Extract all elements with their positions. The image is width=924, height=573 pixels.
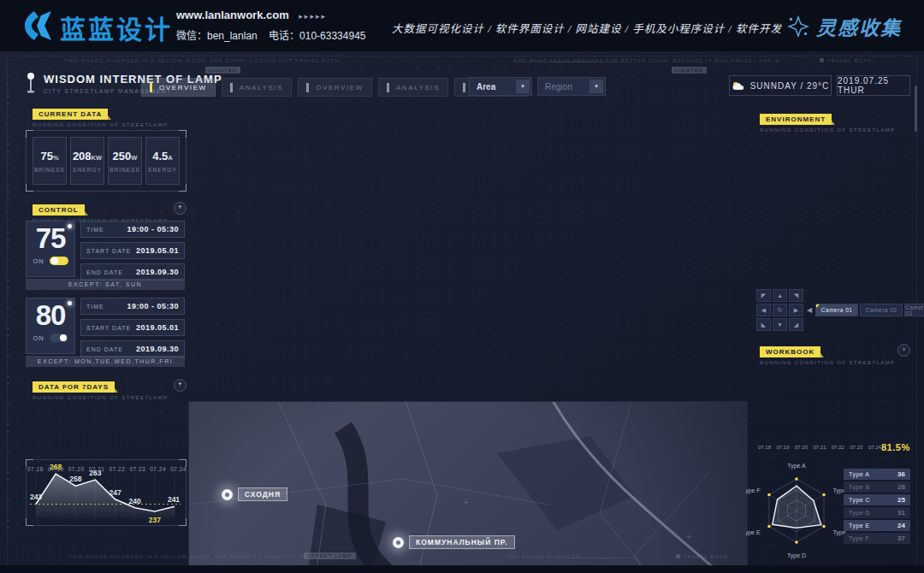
- screen: 蓝蓝设计 www.lanlanwork.com ▸▸▸▸▸ 微信：ben_lan…: [0, 0, 924, 573]
- map-pin-icon[interactable]: [222, 489, 233, 500]
- type-label: Type B: [849, 484, 870, 490]
- row-value: 2019.05.01: [136, 246, 179, 255]
- workbook-subtitle: RUNNING CONDITION OF STREETLAMP: [760, 360, 895, 365]
- current-data-badge: CURRENT DATA: [33, 109, 108, 120]
- region-select[interactable]: Region ▾: [537, 77, 606, 96]
- sun-cloud-icon: [732, 81, 744, 91]
- brightness-box: 75 ON: [26, 221, 75, 277]
- bar-date-label: 07.19: [776, 445, 789, 450]
- type-value: 28: [897, 483, 905, 491]
- chevron-down-icon[interactable]: ▾: [516, 80, 530, 93]
- environment-header: ENVIRONMENT RUNNING CONDITION OF STREETL…: [760, 109, 895, 133]
- pan-down-right-button[interactable]: ◢: [789, 318, 803, 331]
- bar-date-label: 07.23: [850, 445, 862, 450]
- time-row[interactable]: TIME19:00 - 05:30: [80, 221, 185, 238]
- map-label-light[interactable]: СХОДНЯ: [222, 487, 287, 501]
- decor-poem: TWO ROADS DIVERGED IN A YELLOW WOOD, AND…: [68, 554, 344, 559]
- current-data-header: CURRENT DATA RUNNING CONDITION OF STREET…: [33, 104, 168, 127]
- tab-overview-2[interactable]: OVERVIEW: [298, 78, 372, 97]
- pan-down-button[interactable]: ▼: [773, 318, 787, 331]
- collection-text: 灵感收集: [816, 12, 902, 41]
- data7-header: DATA FOR 7DAYS RUNNING CONDITION OF STRE…: [33, 377, 168, 400]
- website-url[interactable]: www.lanlanwork.com: [176, 9, 289, 21]
- map-pin-icon[interactable]: [393, 537, 404, 548]
- type-label: Type D: [849, 510, 870, 516]
- bar-date-label: 07.20: [795, 445, 808, 450]
- area-select[interactable]: Area ▾: [469, 77, 532, 96]
- lanlan-logo-icon: [22, 9, 56, 43]
- stat-value: 4.5: [152, 150, 168, 162]
- decor-poem: AND WHAT KEEPS PERHAPS THE BETTER CLAIM,…: [513, 58, 780, 63]
- pan-up-button[interactable]: ▲: [773, 289, 787, 302]
- state-label: ON: [33, 257, 44, 265]
- row-value: 19:00 - 05:30: [127, 225, 179, 233]
- stat-value: 75: [40, 150, 52, 162]
- collection-brand: 灵感收集: [787, 12, 902, 41]
- control-add-button[interactable]: +: [174, 202, 187, 215]
- refresh-button[interactable]: ↻: [773, 304, 787, 316]
- svg-text:Type E: Type E: [746, 529, 761, 536]
- type-row-d[interactable]: Type D31: [844, 507, 910, 518]
- row-label: END DATE: [86, 346, 123, 352]
- pan-down-left-button[interactable]: ◣: [756, 318, 771, 331]
- type-value: 25: [897, 496, 905, 504]
- camera-button-1[interactable]: Camera 01: [815, 304, 858, 316]
- pan-left-button[interactable]: ◀: [756, 304, 771, 316]
- bottom-strip-decor: [0, 565, 924, 573]
- start-date-row[interactable]: START DATE2019.05.01: [80, 319, 185, 336]
- stat-value: 250: [113, 150, 132, 162]
- svg-text:237: 237: [149, 516, 161, 523]
- data7-add-button[interactable]: +: [174, 379, 187, 392]
- decor-check: TRAVEL BOTH: [676, 554, 728, 559]
- except-row: EXCEPT: SAT, SUN: [26, 279, 185, 290]
- type-row-b[interactable]: Type B28: [844, 481, 910, 493]
- tab-analysis-1[interactable]: ANALYSIS: [222, 78, 292, 97]
- left-ruler-decor: [7, 68, 9, 547]
- type-row-c[interactable]: Type C25: [844, 494, 910, 505]
- tab-analysis-2[interactable]: ANALYSIS: [378, 78, 448, 97]
- x-tick-label: 07.24: [170, 466, 187, 472]
- workbook-more-button[interactable]: ›: [897, 344, 910, 357]
- type-label: Type E: [849, 523, 870, 529]
- type-label: Type A: [849, 471, 869, 477]
- stat-label: BRINESS: [34, 167, 65, 173]
- end-date-row[interactable]: END DATE2019.09.30: [80, 263, 185, 281]
- stat-unit: %: [53, 154, 59, 162]
- environment-subtitle: RUNNING CONDITION OF STREETLAMP: [760, 127, 895, 133]
- chevron-down-icon[interactable]: ▾: [589, 80, 603, 93]
- time-row[interactable]: TIME19:00 - 05:30: [80, 298, 185, 315]
- city-map[interactable]: +++ +++ СХОДНЯКОММУНАЛЬНЫЙ ПР.ХИМКИЗАВОД…: [188, 401, 748, 573]
- type-row-e[interactable]: Type E24: [844, 520, 910, 531]
- svg-text:240: 240: [129, 497, 141, 505]
- area-select-value: Area: [470, 82, 502, 92]
- row-label: START DATE: [86, 248, 131, 254]
- camera-prev-icon[interactable]: ◀: [807, 306, 812, 314]
- arrows-decor: ▸▸▸▸▸: [299, 12, 327, 21]
- scrollbar-thumb[interactable]: [915, 86, 917, 132]
- lamp-indicator-icon: [68, 224, 72, 228]
- type-value: 36: [897, 470, 905, 478]
- type-row-a[interactable]: Type A36: [844, 469, 910, 480]
- camera-button-2[interactable]: Camera 02: [860, 304, 903, 316]
- line-chart-x-labels: 07.1807.1907.2007.2107.2207.2307.2407.24: [26, 466, 188, 472]
- row-label: TIME: [86, 304, 104, 310]
- camera-button-3[interactable]: Camera 03: [904, 304, 924, 316]
- end-date-row[interactable]: END DATE2019.09.30: [80, 340, 185, 357]
- website-line: www.lanlanwork.com ▸▸▸▸▸: [176, 9, 327, 21]
- map-label-light[interactable]: КОММУНАЛЬНЫЙ ПР.: [393, 535, 515, 549]
- stat-value: 208: [73, 150, 92, 162]
- type-row-f[interactable]: Type F37: [844, 533, 910, 544]
- power-toggle[interactable]: [50, 334, 68, 342]
- contact-line: 微信：ben_lanlan 电话：010-63334945: [176, 27, 366, 42]
- tab-overview-1[interactable]: OVERVIEW: [141, 78, 216, 97]
- start-date-row[interactable]: START DATE2019.05.01: [80, 242, 185, 259]
- row-label: START DATE: [86, 325, 131, 331]
- current-data-panel: 75% BRINESS 208KW ENERGY 250W BRINESS 4.…: [26, 130, 187, 192]
- pan-up-right-button[interactable]: ◥: [789, 289, 803, 302]
- control-badge: CONTROL: [33, 204, 85, 216]
- stat-unit: KW: [92, 154, 103, 162]
- row-value: 19:00 - 05:30: [127, 302, 179, 310]
- power-toggle[interactable]: [50, 257, 68, 265]
- pan-right-button[interactable]: ▶: [789, 304, 803, 316]
- pan-up-left-button[interactable]: ◤: [756, 289, 771, 302]
